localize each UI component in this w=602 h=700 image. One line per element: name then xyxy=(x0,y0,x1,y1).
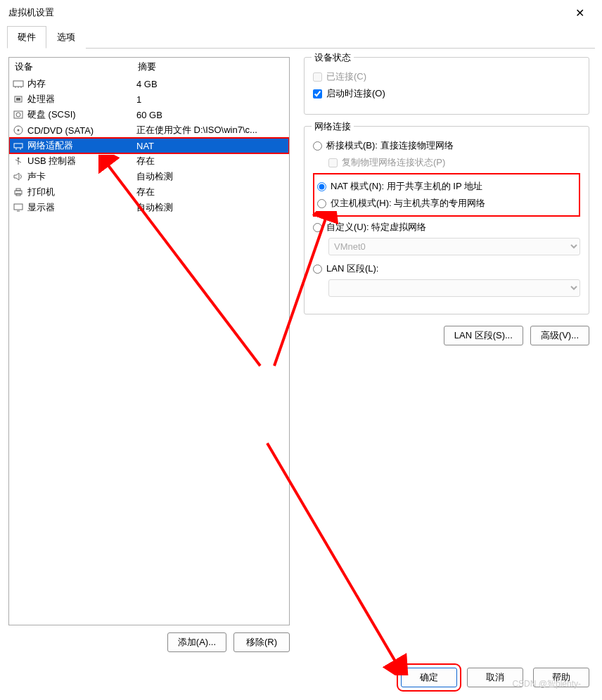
svg-rect-10 xyxy=(14,144,23,148)
connected-input xyxy=(313,72,322,82)
hostonly-label: 仅主机模式(H): 与主机共享的专用网络 xyxy=(331,197,485,210)
svg-line-16 xyxy=(18,161,21,163)
device-name: 内存 xyxy=(27,77,136,90)
remove-button[interactable]: 移除(R) xyxy=(233,632,290,652)
ok-button[interactable]: 确定 xyxy=(401,668,457,687)
device-summary: NAT xyxy=(136,141,286,151)
device-row-cd[interactable]: CD/DVD (SATA)正在使用文件 D:\ISO\win7\c... xyxy=(9,122,289,138)
cpu-icon xyxy=(12,94,25,105)
svg-point-9 xyxy=(18,129,20,132)
device-name: 打印机 xyxy=(27,186,136,198)
nat-radio[interactable]: NAT 模式(N): 用于共享主机的 IP 地址 xyxy=(317,180,576,193)
connect-poweron-input[interactable] xyxy=(313,89,322,98)
cancel-button[interactable]: 取消 xyxy=(467,668,523,687)
lanseg-label: LAN 区段(L): xyxy=(326,262,378,275)
device-row-display[interactable]: 显示器自动检测 xyxy=(9,200,289,215)
nat-label: NAT 模式(N): 用于共享主机的 IP 地址 xyxy=(331,180,482,193)
sound-icon xyxy=(12,171,25,182)
custom-radio[interactable]: 自定义(U): 特定虚拟网络 xyxy=(313,221,580,234)
svg-rect-5 xyxy=(16,98,20,101)
svg-line-15 xyxy=(15,160,18,161)
lanseg-input[interactable] xyxy=(313,265,322,274)
disk-icon xyxy=(12,109,25,120)
network-group: 网络连接 桥接模式(B): 直接连接物理网络 复制物理网络连接状态(P) NAT… xyxy=(304,126,589,314)
device-list: 设备 摘要 内存4 GB处理器1硬盘 (SCSI)60 GBCD/DVD (SA… xyxy=(8,57,290,625)
replicate-input xyxy=(328,158,338,167)
device-row-network[interactable]: 网络适配器NAT xyxy=(9,138,289,153)
close-icon[interactable]: ✕ xyxy=(565,6,594,20)
custom-input[interactable] xyxy=(313,223,322,232)
replicate-label: 复制物理网络连接状态(P) xyxy=(342,156,445,169)
lanseg-radio[interactable]: LAN 区段(L): xyxy=(313,262,580,275)
svg-point-7 xyxy=(16,113,20,117)
cd-icon xyxy=(12,125,25,136)
device-name: 硬盘 (SCSI) xyxy=(27,108,136,121)
device-name: 显示器 xyxy=(27,201,136,214)
hostonly-radio[interactable]: 仅主机模式(H): 与主机共享的专用网络 xyxy=(317,197,576,210)
device-name: 处理器 xyxy=(27,93,136,106)
memory-icon xyxy=(12,78,25,89)
device-row-disk[interactable]: 硬盘 (SCSI)60 GB xyxy=(9,107,289,122)
device-row-usb[interactable]: USB 控制器存在 xyxy=(9,153,289,169)
tab-options[interactable]: 选项 xyxy=(46,26,86,49)
device-summary: 4 GB xyxy=(136,79,286,89)
device-row-printer[interactable]: 打印机存在 xyxy=(9,184,289,200)
usb-icon xyxy=(12,155,25,167)
device-summary: 60 GB xyxy=(136,110,286,120)
svg-rect-0 xyxy=(13,81,23,87)
device-summary: 正在使用文件 D:\ISO\win7\c... xyxy=(136,124,286,136)
device-row-sound[interactable]: 声卡自动检测 xyxy=(9,169,289,184)
connect-poweron-label: 启动时连接(O) xyxy=(326,87,385,100)
device-name: CD/DVD (SATA) xyxy=(27,125,136,136)
bridged-radio[interactable]: 桥接模式(B): 直接连接物理网络 xyxy=(313,139,580,152)
connected-checkbox[interactable]: 已连接(C) xyxy=(313,70,580,83)
hostonly-input[interactable] xyxy=(317,199,326,208)
custom-label: 自定义(U): 特定虚拟网络 xyxy=(326,221,426,234)
device-summary: 1 xyxy=(136,94,286,105)
bridged-label: 桥接模式(B): 直接连接物理网络 xyxy=(326,139,454,152)
device-name: 网络适配器 xyxy=(27,139,136,152)
network-icon xyxy=(12,140,25,151)
bridged-input[interactable] xyxy=(313,141,322,151)
display-icon xyxy=(12,202,25,213)
device-name: 声卡 xyxy=(27,170,136,183)
device-status-group: 设备状态 已连接(C) 启动时连接(O) xyxy=(304,57,589,115)
connected-label: 已连接(C) xyxy=(326,70,366,83)
header-device: 设备 xyxy=(15,61,138,73)
device-name: USB 控制器 xyxy=(27,155,136,167)
device-summary: 存在 xyxy=(136,186,286,198)
printer-icon xyxy=(12,186,25,198)
header-summary: 摘要 xyxy=(138,61,156,73)
device-row-memory[interactable]: 内存4 GB xyxy=(9,76,289,91)
replicate-checkbox: 复制物理网络连接状态(P) xyxy=(328,156,580,169)
nat-input[interactable] xyxy=(317,182,326,191)
device-row-cpu[interactable]: 处理器1 xyxy=(9,91,289,107)
svg-marker-17 xyxy=(14,173,19,180)
lanseg-select xyxy=(328,279,580,297)
window-title: 虚拟机设置 xyxy=(8,6,565,19)
svg-rect-19 xyxy=(16,189,20,191)
device-summary: 存在 xyxy=(136,155,286,167)
network-title: 网络连接 xyxy=(312,120,354,133)
connect-poweron-checkbox[interactable]: 启动时连接(O) xyxy=(313,87,580,100)
vmnet-select: VMnet0 xyxy=(328,238,580,255)
svg-rect-21 xyxy=(14,204,23,210)
tab-hardware[interactable]: 硬件 xyxy=(7,26,46,49)
lan-segments-button[interactable]: LAN 区段(S)... xyxy=(444,326,523,345)
device-summary: 自动检测 xyxy=(136,201,286,214)
add-button[interactable]: 添加(A)... xyxy=(167,632,226,652)
advanced-button[interactable]: 高级(V)... xyxy=(530,326,589,345)
device-summary: 自动检测 xyxy=(136,170,286,183)
tabs: 硬件 选项 xyxy=(7,25,595,49)
device-status-title: 设备状态 xyxy=(312,51,354,64)
help-button[interactable]: 帮助 xyxy=(533,668,589,687)
